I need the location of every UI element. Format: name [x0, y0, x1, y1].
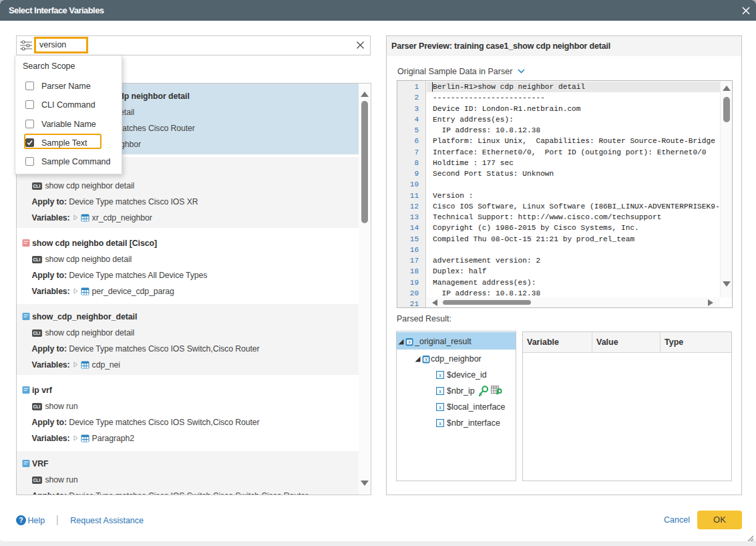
svg-text:x: x	[438, 388, 441, 394]
svg-text:x: x	[424, 356, 427, 362]
svg-text:x: x	[407, 339, 411, 345]
svg-text:x: x	[438, 404, 441, 410]
svg-text:x: x	[438, 420, 441, 426]
svg-text:x: x	[438, 372, 441, 378]
svg-text:?: ?	[19, 517, 23, 524]
